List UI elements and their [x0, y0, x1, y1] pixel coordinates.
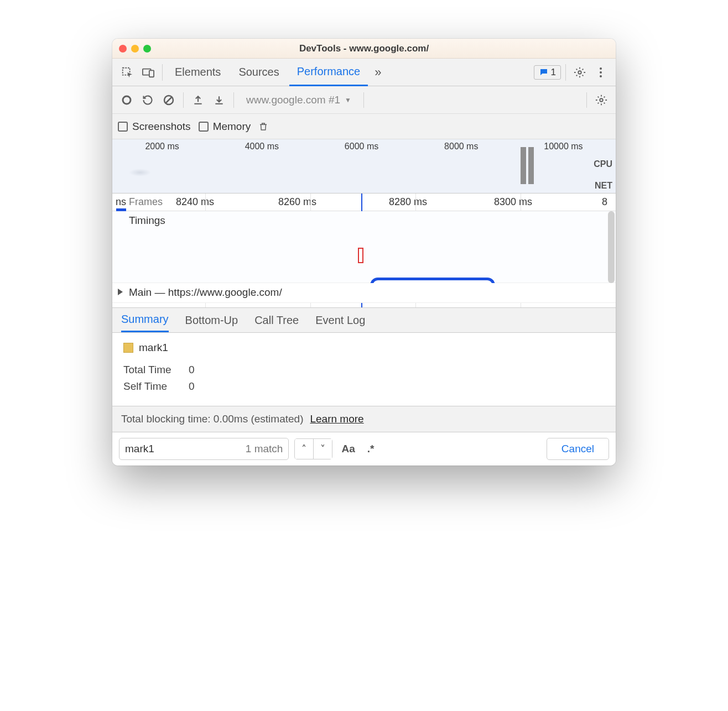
main-label: Main — https://www.google.com/ [129, 286, 282, 299]
summary-mark-row: mark1 [123, 342, 605, 354]
minimize-window-icon[interactable] [131, 45, 139, 53]
details-tabs: Summary Bottom-Up Call Tree Event Log [112, 307, 616, 333]
svg-point-7 [123, 96, 131, 104]
garbage-collect-icon[interactable] [258, 121, 273, 132]
reload-icon[interactable] [139, 91, 157, 109]
svg-rect-2 [149, 70, 154, 77]
performance-toolbar: www.google.com #1 ▼ [112, 86, 616, 114]
net-lane-label: NET [595, 181, 612, 191]
search-value: mark1 [125, 443, 154, 455]
cpu-activity-icon [129, 169, 151, 176]
color-swatch-icon [123, 343, 133, 353]
tab-sources[interactable]: Sources [231, 59, 287, 86]
overview-range-handle[interactable] [528, 147, 534, 184]
devtools-window: DevTools - www.google.com/ Elements Sour… [112, 39, 616, 466]
profile-select[interactable]: www.google.com #1 ▼ [240, 94, 358, 106]
separator [586, 92, 587, 108]
expand-triangle-icon[interactable] [118, 289, 123, 295]
screenshots-checkbox[interactable]: Screenshots [118, 121, 191, 133]
tab-elements[interactable]: Elements [167, 59, 228, 86]
window-title: DevTools - www.google.com/ [299, 43, 429, 54]
total-time-row: Total Time 0 [123, 364, 605, 376]
window-controls [119, 45, 151, 53]
cancel-button[interactable]: Cancel [547, 438, 609, 460]
separator [565, 64, 566, 81]
separator [233, 92, 234, 108]
overview-range-handle[interactable] [521, 147, 526, 184]
feedback-count: 1 [551, 67, 556, 78]
upload-icon[interactable] [189, 91, 207, 109]
separator [183, 92, 184, 108]
tab-summary[interactable]: Summary [121, 308, 169, 332]
self-time-row: Self Time 0 [123, 380, 605, 393]
time-ruler: ns Frames 8240 ms 8260 ms 8280 ms 8300 m… [112, 194, 616, 211]
blocking-time-bar: Total blocking time: 0.00ms (estimated) … [112, 406, 616, 432]
capture-options: Screenshots Memory [112, 114, 616, 139]
memory-checkbox[interactable]: Memory [199, 121, 251, 133]
capture-settings-gear-icon[interactable] [592, 91, 610, 109]
tab-performance[interactable]: Performance [289, 59, 368, 86]
scrollbar[interactable] [608, 211, 615, 283]
device-toggle-icon[interactable] [139, 63, 158, 82]
kebab-menu-icon[interactable] [591, 63, 610, 82]
match-case-toggle[interactable]: Aa [338, 443, 358, 455]
more-tabs-icon[interactable]: » [370, 65, 386, 80]
record-icon[interactable] [118, 91, 136, 109]
separator [162, 64, 163, 81]
timeline-overview[interactable]: 2000 ms4000 ms6000 ms8000 ms10000 ms CPU… [112, 139, 616, 194]
download-icon[interactable] [210, 91, 228, 109]
svg-point-4 [600, 67, 602, 70]
flame-chart[interactable]: ns Frames 8240 ms 8260 ms 8280 ms 8300 m… [112, 194, 616, 307]
frames-label: Frames [129, 196, 163, 208]
blocking-text: Total blocking time: 0.00ms (estimated) [121, 413, 303, 425]
summary-panel: mark1 Total Time 0 Self Time 0 [112, 333, 616, 406]
separator [363, 92, 364, 108]
svg-point-5 [600, 71, 602, 74]
search-nav: ˄ ˅ [294, 438, 332, 459]
mark-name: mark1 [139, 342, 168, 354]
search-bar: mark1 1 match ˄ ˅ Aa .* Cancel [112, 432, 616, 466]
tab-event-log[interactable]: Event Log [315, 314, 365, 327]
close-window-icon[interactable] [119, 45, 127, 53]
search-result-count: 1 match [246, 443, 283, 455]
search-next-icon[interactable]: ˅ [314, 438, 332, 459]
overview-ticks: 2000 ms4000 ms6000 ms8000 ms10000 ms [112, 139, 616, 151]
tab-call-tree[interactable]: Call Tree [254, 314, 299, 327]
learn-more-link[interactable]: Learn more [310, 413, 363, 425]
profile-name: www.google.com #1 [246, 94, 340, 106]
search-input[interactable]: mark1 1 match [119, 438, 289, 460]
search-prev-icon[interactable]: ˄ [295, 438, 314, 459]
svg-point-3 [578, 71, 581, 74]
settings-gear-icon[interactable] [570, 63, 589, 82]
feedback-badge[interactable]: 1 [534, 65, 561, 80]
timing-marker-icon[interactable] [358, 248, 363, 263]
clear-icon[interactable] [160, 91, 178, 109]
ruler-unit: ns [116, 196, 126, 208]
timings-track[interactable]: Timings [112, 211, 616, 283]
tab-bottom-up[interactable]: Bottom-Up [185, 314, 238, 327]
main-track[interactable]: Main — https://www.google.com/ [112, 283, 616, 303]
dropdown-caret-icon: ▼ [345, 96, 351, 104]
regex-toggle[interactable]: .* [364, 443, 378, 455]
zoom-window-icon[interactable] [143, 45, 151, 53]
svg-line-9 [165, 97, 172, 103]
inspect-element-icon[interactable] [118, 63, 137, 82]
cpu-lane-label: CPU [594, 159, 612, 169]
titlebar: DevTools - www.google.com/ [112, 39, 616, 59]
devtools-tabbar: Elements Sources Performance » 1 [112, 59, 616, 86]
svg-point-10 [600, 98, 603, 102]
timings-label: Timings [129, 215, 165, 227]
svg-point-6 [600, 75, 602, 77]
